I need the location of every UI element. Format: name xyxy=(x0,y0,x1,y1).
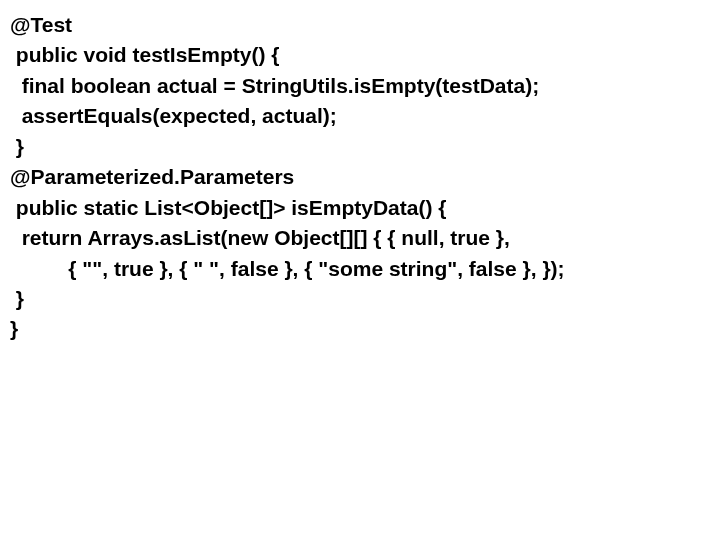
code-line: assertEquals(expected, actual); xyxy=(10,101,710,131)
code-line: final boolean actual = StringUtils.isEmp… xyxy=(10,71,710,101)
code-line: @Test xyxy=(10,10,710,40)
code-line: return Arrays.asList(new Object[][] { { … xyxy=(10,223,710,253)
code-block: @Test public void testIsEmpty() { final … xyxy=(10,10,710,345)
code-line: } xyxy=(10,132,710,162)
code-line: } xyxy=(10,284,710,314)
code-line: @Parameterized.Parameters xyxy=(10,162,710,192)
code-line: } xyxy=(10,314,710,344)
code-line: { "", true }, { " ", false }, { "some st… xyxy=(10,254,710,284)
code-line: public void testIsEmpty() { xyxy=(10,40,710,70)
code-line: public static List<Object[]> isEmptyData… xyxy=(10,193,710,223)
